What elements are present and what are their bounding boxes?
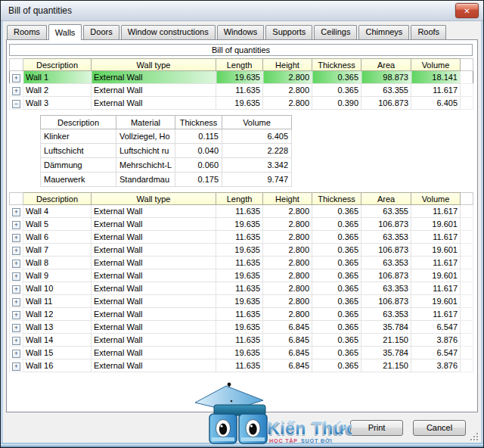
cancel-button[interactable]: Cancel bbox=[413, 420, 466, 436]
layer-row[interactable]: DämmungMehrschicht-L0.0603.342 bbox=[41, 158, 292, 173]
wall-row[interactable]: +Wall 15External Wall19.6356.8450.36535.… bbox=[10, 347, 473, 359]
tab-roofs[interactable]: Roofs bbox=[411, 25, 446, 39]
tab-rooms[interactable]: Rooms bbox=[7, 25, 47, 39]
volume-cell: 19.601 bbox=[411, 269, 461, 282]
wall-type-cell: External Wall bbox=[92, 282, 216, 295]
layer-row[interactable]: LuftschichtLuftschicht ru0.0402.228 bbox=[41, 144, 292, 158]
layer-row[interactable]: KlinkerVollziegel, Ho0.1156.405 bbox=[41, 129, 292, 144]
wall-type-cell: External Wall bbox=[92, 347, 216, 359]
wall-row[interactable]: +Wall 11External Wall19.6352.8000.365106… bbox=[10, 295, 473, 308]
print-button[interactable]: Print bbox=[350, 420, 403, 436]
volume-cell: 6.547 bbox=[411, 321, 461, 334]
expand-icon[interactable]: + bbox=[12, 87, 20, 95]
expand-icon[interactable]: + bbox=[12, 324, 20, 332]
wall-type-cell: External Wall bbox=[92, 359, 216, 372]
expand-icon[interactable]: + bbox=[12, 272, 20, 281]
wall-row[interactable]: +Wall 13External Wall19.6356.8450.36535.… bbox=[10, 321, 473, 334]
tab-supports[interactable]: Supports bbox=[265, 25, 312, 39]
column-header-wall-type[interactable]: Wall type bbox=[92, 193, 216, 205]
expander-cell: + bbox=[10, 244, 23, 257]
wall-type-cell: External Wall bbox=[92, 244, 216, 257]
wall-type-cell: External Wall bbox=[92, 71, 216, 84]
column-header-description[interactable]: Description bbox=[23, 193, 92, 205]
resize-grip-icon[interactable] bbox=[470, 432, 478, 440]
thickness-cell: 0.365 bbox=[312, 334, 361, 347]
tab-chimneys[interactable]: Chimneys bbox=[358, 25, 409, 39]
header-filler-cell bbox=[461, 193, 473, 205]
area-cell: 98.873 bbox=[361, 71, 411, 84]
tab-page-walls: Bill of quantities DescriptionWall typeL… bbox=[6, 39, 478, 412]
expand-icon[interactable]: + bbox=[12, 221, 20, 229]
expand-icon[interactable]: + bbox=[12, 337, 20, 345]
thickness-cell: 0.365 bbox=[312, 282, 361, 295]
height-cell: 2.800 bbox=[263, 71, 312, 84]
detail-column-header-volume[interactable]: Volume bbox=[222, 116, 292, 129]
header-filler-cell bbox=[461, 59, 473, 71]
column-header-height[interactable]: Height bbox=[263, 59, 312, 71]
description-cell: Wall 8 bbox=[23, 257, 92, 269]
column-header-area[interactable]: Area bbox=[361, 59, 411, 71]
thickness-cell: 0.365 bbox=[312, 205, 361, 218]
wall-row[interactable]: +Wall 2External Wall11.6352.8000.36563.3… bbox=[10, 84, 473, 97]
collapse-icon[interactable]: − bbox=[12, 100, 20, 108]
tab-window-constructions[interactable]: Window constructions bbox=[121, 25, 216, 39]
wall-row[interactable]: −Wall 3External Wall19.6352.8000.390106.… bbox=[10, 97, 473, 110]
column-header-wall-type[interactable]: Wall type bbox=[92, 59, 216, 71]
expander-cell: + bbox=[10, 269, 23, 282]
expand-icon[interactable]: + bbox=[12, 208, 20, 216]
height-cell: 2.800 bbox=[263, 205, 312, 218]
filler-cell bbox=[461, 257, 473, 269]
expander-cell: + bbox=[10, 359, 23, 372]
expand-icon[interactable]: + bbox=[12, 311, 20, 319]
expand-icon[interactable]: + bbox=[12, 74, 20, 82]
column-header-length[interactable]: Length bbox=[216, 193, 263, 205]
layer-row[interactable]: MauerwerkStandardmau0.1759.747 bbox=[41, 173, 292, 187]
expander-cell: + bbox=[10, 295, 23, 308]
wall-row[interactable]: +Wall 12External Wall11.6352.8000.36563.… bbox=[10, 308, 473, 321]
detail-column-header-description[interactable]: Description bbox=[41, 116, 116, 129]
wall-row[interactable]: +Wall 8External Wall11.6352.8000.36563.3… bbox=[10, 257, 473, 269]
wall-row[interactable]: +Wall 9External Wall19.6352.8000.365106.… bbox=[10, 269, 473, 282]
wall-row[interactable]: +Wall 5External Wall19.6352.8000.365106.… bbox=[10, 218, 473, 231]
wall-row[interactable]: +Wall 6External Wall11.6352.8000.36563.3… bbox=[10, 231, 473, 244]
column-header-length[interactable]: Length bbox=[216, 59, 263, 71]
close-icon: ✕ bbox=[464, 7, 470, 15]
column-header-thickness[interactable]: Thickness bbox=[312, 59, 361, 71]
thickness-cell: 0.365 bbox=[312, 269, 361, 282]
expand-icon[interactable]: + bbox=[12, 247, 20, 255]
column-header-thickness[interactable]: Thickness bbox=[312, 193, 361, 205]
wall-row[interactable]: +Wall 14External Wall11.6356.8450.36521.… bbox=[10, 334, 473, 347]
expand-icon[interactable]: + bbox=[12, 260, 20, 268]
wall-row[interactable]: +Wall 7External Wall19.6352.8000.365106.… bbox=[10, 244, 473, 257]
wall-row[interactable]: +Wall 16External Wall11.6356.8450.36521.… bbox=[10, 359, 473, 372]
tab-doors[interactable]: Doors bbox=[83, 25, 119, 39]
column-header-height[interactable]: Height bbox=[263, 193, 312, 205]
tab-walls[interactable]: Walls bbox=[48, 24, 82, 40]
length-cell: 11.635 bbox=[216, 84, 263, 97]
column-header-volume[interactable]: Volume bbox=[411, 193, 461, 205]
detail-column-header-thickness[interactable]: Thickness bbox=[175, 116, 222, 129]
length-cell: 11.635 bbox=[216, 257, 263, 269]
close-button[interactable]: ✕ bbox=[455, 3, 479, 18]
expand-icon[interactable]: + bbox=[12, 362, 20, 371]
wall-row[interactable]: +Wall 4External Wall11.6352.8000.36563.3… bbox=[10, 205, 473, 218]
wall-row[interactable]: +Wall 10External Wall11.6352.8000.36563.… bbox=[10, 282, 473, 295]
column-header-area[interactable]: Area bbox=[361, 193, 411, 205]
area-cell: 106.873 bbox=[361, 295, 411, 308]
tab-ceilings[interactable]: Ceilings bbox=[314, 25, 357, 39]
expand-icon[interactable]: + bbox=[12, 234, 20, 242]
filler-cell bbox=[461, 244, 473, 257]
expand-icon[interactable]: + bbox=[12, 285, 20, 294]
height-cell: 2.800 bbox=[263, 231, 312, 244]
height-cell: 6.845 bbox=[263, 334, 312, 347]
tab-windows[interactable]: Windows bbox=[217, 25, 265, 39]
detail-column-header-material[interactable]: Material bbox=[116, 116, 175, 129]
volume-cell: 3.342 bbox=[222, 158, 292, 173]
column-header-volume[interactable]: Volume bbox=[411, 59, 461, 71]
expand-icon[interactable]: + bbox=[12, 298, 20, 306]
filler-cell bbox=[461, 218, 473, 231]
expand-icon[interactable]: + bbox=[12, 350, 20, 358]
column-header-description[interactable]: Description bbox=[23, 59, 92, 71]
wall-row[interactable]: +Wall 1External Wall19.6352.8000.36598.8… bbox=[10, 71, 473, 84]
wall-type-cell: External Wall bbox=[92, 334, 216, 347]
